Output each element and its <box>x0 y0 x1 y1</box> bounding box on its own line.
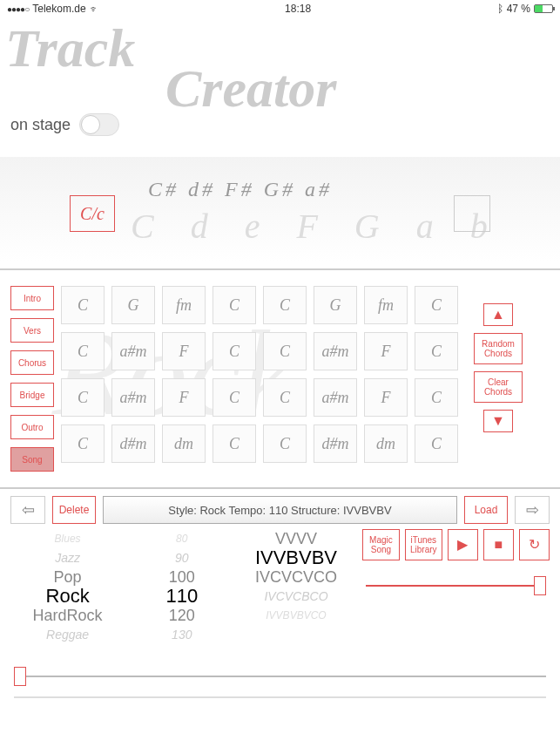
transport-controls: Magic Song iTunes Library ▶ ■ ↻ <box>362 529 550 642</box>
chord-cell[interactable]: d#m <box>111 424 155 463</box>
chord-cell[interactable]: C <box>61 332 105 370</box>
chord-cell[interactable]: a#m <box>111 378 155 417</box>
battery-label: 47 % <box>507 3 530 15</box>
load-button[interactable]: Load <box>464 496 508 524</box>
next-song-button[interactable]: ⇨ <box>515 496 550 524</box>
chord-cell[interactable]: fm <box>364 286 408 324</box>
picker-item[interactable]: Blues <box>55 529 81 548</box>
chord-cell[interactable]: G <box>111 286 155 324</box>
status-bar: ●●●●○ Telekom.de ᯤ 18:18 ᛒ 47 % <box>0 0 560 17</box>
picker-item[interactable]: IVVBVBV <box>255 548 337 567</box>
picker-item[interactable]: 90 <box>175 548 189 567</box>
chord-cell[interactable]: F <box>364 332 408 370</box>
chord-cell[interactable]: C <box>263 424 307 463</box>
section-button-song[interactable]: Song <box>10 447 54 472</box>
chord-cell[interactable]: C <box>61 286 105 324</box>
title-word-2: Creator <box>165 61 336 115</box>
wifi-icon: ᯤ <box>90 3 99 14</box>
current-key-button[interactable]: C/c <box>70 195 115 232</box>
chord-cell[interactable]: d#m <box>314 424 357 463</box>
chord-cell[interactable]: C <box>415 286 458 324</box>
chord-cell[interactable]: a#m <box>314 378 357 417</box>
picker-item[interactable]: IVCVCVCO <box>255 567 337 587</box>
picker-item[interactable]: Jazz <box>55 548 80 567</box>
repeat-button[interactable]: ↻ <box>519 529 550 560</box>
chord-cell[interactable]: C <box>61 424 105 463</box>
chord-cell[interactable]: dm <box>162 424 206 463</box>
chord-cell[interactable]: dm <box>364 424 408 463</box>
section-button-chorus[interactable]: Chorus <box>10 350 54 375</box>
picker-item[interactable]: IVCVCBCO <box>264 587 327 606</box>
picker-item[interactable]: Pop <box>54 567 82 587</box>
picker-item[interactable]: 120 <box>169 606 195 625</box>
section-button-bridge[interactable]: Bridge <box>10 383 54 407</box>
triangle-down-icon: ▼ <box>491 413 505 429</box>
magic-song-button[interactable]: Magic Song <box>362 529 400 560</box>
chord-grid-area: Rock IntroVersChorusBridgeOutroSong CGfm… <box>0 277 560 480</box>
section-button-vers[interactable]: Vers <box>10 318 54 343</box>
triangle-up-icon: ▲ <box>491 307 505 323</box>
song-info-display: Style: Rock Tempo: 110 Structure: IVVBVB… <box>103 496 457 524</box>
clock: 18:18 <box>285 3 311 15</box>
progress-slider-2[interactable] <box>14 696 546 698</box>
bluetooth-icon: ᛒ <box>497 3 503 15</box>
title-word-1: Track <box>5 21 135 75</box>
prev-song-button[interactable]: ⇦ <box>10 496 45 524</box>
bottom-slider-area <box>0 642 560 724</box>
section-button-outro[interactable]: Outro <box>10 415 54 439</box>
chord-cell[interactable]: C <box>213 286 256 324</box>
accidental-keys[interactable]: C# d# F# G# a# <box>148 178 333 201</box>
chord-cell[interactable]: C <box>263 286 307 324</box>
picker-item[interactable]: 130 <box>172 625 192 642</box>
battery-icon <box>534 4 553 13</box>
chords-up-button[interactable]: ▲ <box>483 303 513 326</box>
play-icon: ▶ <box>457 537 468 553</box>
repeat-icon: ↻ <box>529 537 540 553</box>
chord-cell[interactable]: F <box>364 378 408 417</box>
picker-item[interactable]: Rock <box>46 587 90 606</box>
chord-cell[interactable]: fm <box>162 286 206 324</box>
chord-cell[interactable]: C <box>415 378 458 417</box>
progress-slider-1[interactable] <box>14 676 546 677</box>
chord-cell[interactable]: C <box>415 424 458 463</box>
chord-cell[interactable]: C <box>263 378 307 417</box>
title-area: Track Creator on stage <box>0 17 560 131</box>
chord-cell[interactable]: C <box>213 378 256 417</box>
arrow-right-icon: ⇨ <box>526 500 539 520</box>
chord-cell[interactable]: C <box>213 424 256 463</box>
chords-down-button[interactable]: ▼ <box>483 410 513 432</box>
chord-cell[interactable]: G <box>314 286 357 324</box>
volume-slider[interactable] <box>366 585 546 587</box>
clear-chords-button[interactable]: Clear Chords <box>474 371 523 403</box>
chord-cell[interactable]: a#m <box>111 332 155 370</box>
chord-cell[interactable]: C <box>263 332 307 370</box>
on-stage-label: on stage <box>10 116 71 134</box>
chord-cell[interactable]: C <box>61 378 105 417</box>
itunes-library-button[interactable]: iTunes Library <box>405 529 442 560</box>
chord-cell[interactable]: a#m <box>314 332 357 370</box>
stop-icon: ■ <box>495 537 503 553</box>
picker-item[interactable]: Reggae <box>46 625 89 642</box>
stop-button[interactable]: ■ <box>483 529 514 560</box>
picker-item[interactable]: 110 <box>165 587 198 606</box>
delete-button[interactable]: Delete <box>52 496 96 524</box>
picker-item[interactable]: HardRock <box>33 606 103 625</box>
chord-cell[interactable]: C <box>415 332 458 370</box>
picker-item[interactable]: 100 <box>169 567 195 587</box>
on-stage-switch[interactable] <box>79 113 119 136</box>
picker-item[interactable]: VVVV <box>275 529 317 548</box>
play-button[interactable]: ▶ <box>448 529 478 560</box>
key-empty-box[interactable] <box>454 195 490 232</box>
natural-keys[interactable]: C d e F G a b <box>131 206 502 247</box>
chord-cell[interactable]: F <box>162 378 206 417</box>
chord-cell[interactable]: F <box>162 332 206 370</box>
section-button-intro[interactable]: Intro <box>10 286 54 310</box>
random-chords-button[interactable]: Random Chords <box>474 333 523 364</box>
signal-dots-icon: ●●●●○ <box>7 4 29 14</box>
picker-area[interactable]: BluesJazzPopRockHardRockReggaeTechno 809… <box>10 529 354 642</box>
info-bar: ⇦ Delete Style: Rock Tempo: 110 Structur… <box>0 496 560 524</box>
picker-item[interactable]: 80 <box>176 529 187 548</box>
chord-cell[interactable]: C <box>213 332 256 370</box>
arrow-left-icon: ⇦ <box>22 500 35 520</box>
picker-item[interactable]: IVVBVBVCO <box>266 606 326 625</box>
